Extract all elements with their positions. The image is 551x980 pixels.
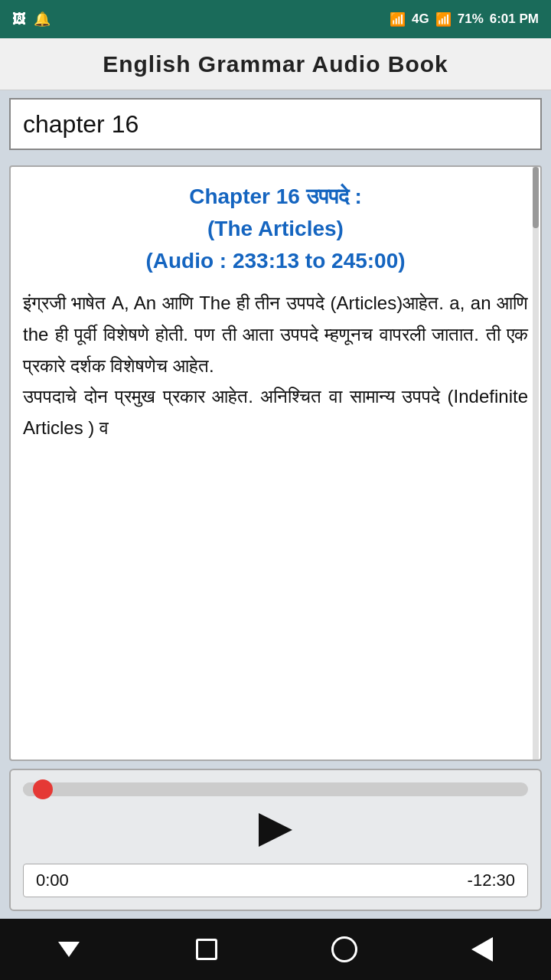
main-content: Chapter 16 उपपदे :(The Articles)(Audio :… bbox=[0, 158, 551, 919]
app-title-bar: English Grammar Audio Book bbox=[0, 38, 551, 90]
image-icon: 🖼 bbox=[12, 11, 26, 28]
nav-back-button[interactable] bbox=[459, 926, 505, 972]
circle-icon bbox=[331, 936, 357, 962]
content-card: Chapter 16 उपपदे :(The Articles)(Audio :… bbox=[9, 165, 542, 761]
nav-home-button[interactable] bbox=[321, 926, 367, 972]
signal-icon: 📶 bbox=[390, 11, 406, 28]
remaining-time: -12:30 bbox=[468, 871, 515, 890]
scroll-thumb[interactable] bbox=[533, 167, 539, 228]
square-icon bbox=[196, 939, 217, 960]
play-icon bbox=[259, 813, 292, 847]
app-title: English Grammar Audio Book bbox=[103, 51, 448, 77]
audio-player: 0:00 -12:30 bbox=[9, 769, 542, 911]
back-icon bbox=[471, 937, 493, 962]
current-time: 0:00 bbox=[36, 871, 69, 890]
status-right-info: 📶 4G 📶 71% 6:01 PM bbox=[390, 11, 539, 28]
audio-controls bbox=[23, 807, 528, 853]
network-label: 4G bbox=[412, 11, 429, 27]
chevron-down-icon bbox=[58, 942, 80, 957]
battery-label: 71% bbox=[458, 11, 484, 27]
audio-time-bar: 0:00 -12:30 bbox=[23, 864, 528, 897]
scroll-indicator[interactable] bbox=[533, 167, 539, 760]
status-bar: 🖼 🔔 📶 4G 📶 71% 6:01 PM bbox=[0, 0, 551, 38]
bottom-nav bbox=[0, 919, 551, 980]
chapter-body: इंग्रजी भाषेत A, An आणि The ही तीन उपपदे… bbox=[23, 288, 528, 444]
notification-icon: 🔔 bbox=[34, 11, 51, 28]
signal-icon-2: 📶 bbox=[435, 11, 452, 28]
nav-chevron-down-button[interactable] bbox=[46, 926, 92, 972]
status-left-icons: 🖼 🔔 bbox=[12, 11, 51, 28]
search-container bbox=[0, 90, 551, 158]
chapter-title: Chapter 16 उपपदे :(The Articles)(Audio :… bbox=[23, 181, 528, 277]
audio-seek-thumb bbox=[33, 779, 53, 799]
nav-recents-button[interactable] bbox=[184, 926, 230, 972]
audio-seek-bar[interactable] bbox=[23, 782, 528, 796]
search-input[interactable] bbox=[9, 98, 542, 150]
clock: 6:01 PM bbox=[490, 11, 539, 27]
play-button[interactable] bbox=[253, 807, 298, 853]
